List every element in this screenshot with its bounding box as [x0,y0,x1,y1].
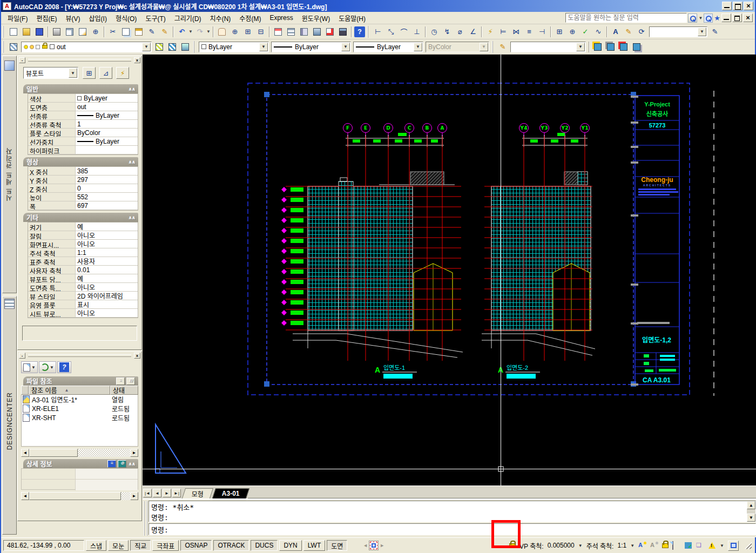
maximize-button[interactable] [733,2,742,10]
minimize-button[interactable] [722,2,732,10]
tab-model[interactable]: 모형 [182,488,213,498]
quick-dimension-icon[interactable]: ⚡ [484,26,496,38]
prop-row-lineweight[interactable]: 선가중치ByLayer [28,137,138,146]
close-button[interactable] [744,2,753,10]
help-icon[interactable]: ? [354,26,365,37]
zoom-previous-icon[interactable]: ⊟ [255,26,267,38]
grid-toggle[interactable]: 모눈 [108,540,129,551]
next-tab-icon[interactable]: ► [163,489,171,497]
section-general[interactable]: 일반∧∧ [23,84,138,93]
prop-row-custom-scale[interactable]: 사용자 축척0.01 [28,266,138,274]
xref-name-column[interactable]: 참조 이름▲ [29,386,110,395]
scroll-thumb[interactable] [29,449,78,457]
section-geometry[interactable]: 형상∧∧ [23,157,138,166]
dim-baseline-icon[interactable]: ⊨ [497,26,509,38]
autocad-app-icon[interactable]: A [3,2,11,10]
menu-insert[interactable]: 삽입(I) [85,12,111,24]
layer-properties-manager-icon[interactable] [8,41,19,53]
paste-icon[interactable] [133,26,145,38]
dim-aligned-icon[interactable]: ⤡ [385,26,397,38]
undo-icon[interactable]: ↶ [176,26,188,38]
help-search-input[interactable] [565,13,687,23]
layer-lock-icon[interactable] [42,45,48,49]
prop-row-hyperlink[interactable]: 하이퍼링크 [28,146,138,154]
dim-jogged-icon[interactable]: ↯ [441,26,453,38]
menu-draw[interactable]: 그리기(D) [170,12,206,24]
lineweight-combo[interactable]: ByLayer▼ [353,42,423,52]
annotation-scale-dropdown-icon[interactable]: ▼ [630,543,634,548]
dim-break-icon[interactable]: ⊣ [536,26,548,38]
prop-row-linked-to-sheet-view[interactable]: 시트 뷰로...아니오 [28,309,138,318]
xref-icon-column[interactable] [21,386,29,395]
command-window-grip[interactable] [144,501,147,536]
xref-palette-grip[interactable] [28,354,131,357]
publish-icon[interactable] [77,26,89,38]
prop-row-height[interactable]: 높이552 [28,193,138,201]
dim-continue-icon[interactable]: ⋈ [510,26,522,38]
xref-row[interactable]: XR-ELE1로드됨 [22,404,138,413]
prop-row-on[interactable]: 켜기예 [28,222,138,231]
layer-on-bulb-icon[interactable] [24,45,28,49]
toolbar-grip[interactable] [3,26,5,38]
layer-combo[interactable]: out ▼ [21,42,152,52]
layer-states-icon[interactable] [179,41,191,53]
object-type-combo[interactable]: 뷰포트▼ [23,67,78,79]
list-view-icon[interactable]: ≡ [116,377,125,385]
prop-row-shade-plot[interactable]: 음영 플롯표시 [28,300,138,309]
first-tab-icon[interactable]: |◄ [143,489,152,497]
menu-file[interactable]: 파일(F) [3,12,32,24]
plot-icon[interactable] [51,26,63,38]
layer-previous-icon[interactable] [166,41,178,53]
match-properties-icon[interactable]: ✎ [146,26,158,38]
palette-grip[interactable] [28,59,131,62]
xref-row-current[interactable]: A3-01 입면도-1*열림 [22,395,138,404]
block-editor-icon[interactable]: ✎ [159,26,171,38]
quickcalc-icon[interactable] [337,26,349,38]
prop-row-plotstyle[interactable]: 플롯 스타일ByColor [28,129,138,137]
search-icon[interactable] [688,14,697,23]
pan-icon[interactable] [216,26,228,38]
prop-row-ycenter[interactable]: Y 중심297 [28,176,138,184]
annotation-visibility-icon[interactable]: A [638,542,646,549]
prop-row-annotation-scale[interactable]: 주석 축척1:1 [28,248,138,257]
dyn-toggle[interactable]: DYN [279,540,301,551]
toggle-pickadd-icon[interactable]: ⚡ [116,67,129,79]
xref-row[interactable]: XR-SHT로드됨 [22,413,138,422]
doc-minimize-button[interactable] [721,14,731,22]
ortho-toggle[interactable]: 직교 [130,540,151,551]
layer-freeze-sun-icon[interactable] [30,45,34,49]
next-viewport-icon[interactable]: ► [380,543,384,548]
scroll-left-icon[interactable]: ◄ [21,449,29,457]
dim-diameter-icon[interactable]: ⌀ [454,26,466,38]
xref-help-button[interactable]: ? [57,361,71,373]
toolbar-grip[interactable] [367,26,370,38]
sheet-set-manager-icon[interactable] [311,26,323,38]
search-dropdown-icon[interactable]: ▼ [698,16,703,21]
ducs-toggle[interactable]: DUCS [251,540,278,551]
validate-dwg-icon[interactable]: ✓ [684,542,692,549]
zoom-realtime-icon[interactable]: ⊕ [229,26,241,38]
dim-arc-length-icon[interactable]: ⌒ [398,26,410,38]
prev-viewport-icon[interactable]: ◄ [363,543,368,548]
dim-linear-icon[interactable]: ⊢ [372,26,384,38]
zoom-window-icon[interactable]: ⊞ [242,26,254,38]
prop-row-color[interactable]: 색상ByLayer [28,94,138,103]
viewport-remove-icon[interactable] [605,41,617,53]
snap-toggle[interactable]: 스냅 [86,540,106,551]
dim-update-icon[interactable]: ⟳ [636,26,647,38]
xref-status-column[interactable]: 상태 [110,386,138,395]
file-references-section[interactable]: 파일 참조 ≡ ⊟ [23,376,138,386]
tag-icon[interactable]: ❏ [696,542,704,549]
palette-minimize-icon[interactable]: - [19,57,25,63]
details-section[interactable]: 상세 정보 ≡ ⊙ ∧∧ [23,459,138,468]
dim-ordinate-icon[interactable]: ⊥ [411,26,423,38]
clean-screen-button[interactable] [728,541,739,551]
text-style-combo[interactable]: ▼ [510,42,586,52]
undo-dropdown-icon[interactable]: ▼ [188,26,193,38]
dim-text-edit-icon[interactable]: ✎ [623,26,634,38]
toolbar-grip[interactable] [193,41,196,53]
dim-style-icon[interactable]: ✎ [709,26,721,38]
menu-express[interactable]: Express [265,12,297,23]
prev-tab-icon[interactable]: ◄ [153,489,161,497]
layer-plot-icon[interactable] [36,45,40,49]
